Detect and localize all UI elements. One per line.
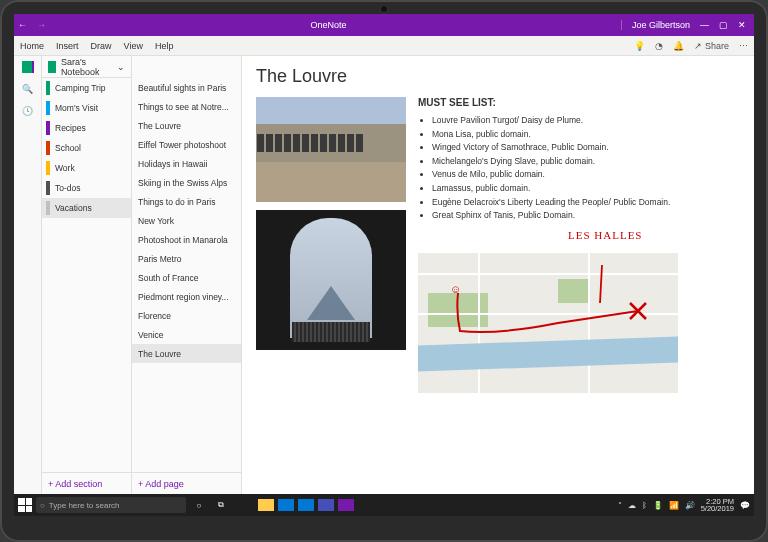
add-section-button[interactable]: + Add section bbox=[42, 472, 131, 494]
sections-panel: Sara's Notebook ⌄ Camping TripMom's Visi… bbox=[42, 56, 132, 494]
list-item[interactable]: Michelangelo's Dying Slave, public domai… bbox=[432, 155, 740, 169]
page-item[interactable]: New York bbox=[132, 211, 241, 230]
image-map[interactable]: ☺ bbox=[418, 253, 678, 393]
image-louvre-pyramid[interactable] bbox=[256, 210, 406, 350]
tab-view[interactable]: View bbox=[124, 41, 143, 51]
pages-panel: _ Beautiful sights in ParisThings to see… bbox=[132, 56, 242, 494]
add-page-button[interactable]: + Add page bbox=[132, 472, 241, 494]
location-icon[interactable]: ◔ bbox=[655, 41, 663, 51]
list-item[interactable]: Venus de Milo, public domain. bbox=[432, 168, 740, 182]
tray-bluetooth-icon[interactable]: ᛒ bbox=[642, 501, 647, 510]
page-item[interactable]: Things to do in Paris bbox=[132, 192, 241, 211]
app-title: OneNote bbox=[50, 20, 607, 30]
section-item[interactable]: Camping Trip bbox=[42, 78, 131, 98]
recent-icon[interactable]: 🕓 bbox=[21, 104, 35, 118]
titlebar: ← → OneNote Joe Gilbertson — ▢ ✕ bbox=[14, 14, 754, 36]
app-photos[interactable] bbox=[278, 499, 294, 511]
section-item[interactable]: Mom's Visit bbox=[42, 98, 131, 118]
list-item[interactable]: Louvre Pavilion Turgot/ Daisy de Plume. bbox=[432, 114, 740, 128]
app-onenote[interactable] bbox=[338, 499, 354, 511]
page-item[interactable]: Things to see at Notre... bbox=[132, 97, 241, 116]
section-item[interactable]: Work bbox=[42, 158, 131, 178]
list-heading[interactable]: MUST SEE LIST: bbox=[418, 97, 740, 108]
notebooks-icon[interactable] bbox=[21, 60, 35, 74]
section-label: Vacations bbox=[55, 203, 92, 213]
start-button[interactable] bbox=[18, 498, 32, 512]
notebook-name: Sara's Notebook bbox=[61, 57, 113, 77]
tray-wifi-icon[interactable]: 📶 bbox=[669, 501, 679, 510]
tray-volume-icon[interactable]: 🔊 bbox=[685, 501, 695, 510]
tray-battery-icon[interactable]: 🔋 bbox=[653, 501, 663, 510]
section-label: To-dos bbox=[55, 183, 81, 193]
section-color-tab bbox=[46, 201, 50, 215]
page-item[interactable]: Paris Metro bbox=[132, 249, 241, 268]
list-item[interactable]: Lamassus, public domain. bbox=[432, 182, 740, 196]
page-item[interactable]: The Louvre bbox=[132, 344, 241, 363]
section-color-tab bbox=[46, 101, 50, 115]
tray-chevron-icon[interactable]: ˄ bbox=[618, 501, 622, 510]
app-file-explorer[interactable] bbox=[258, 499, 274, 511]
bell-icon[interactable]: 🔔 bbox=[673, 41, 684, 51]
svg-rect-1 bbox=[32, 61, 34, 73]
section-item[interactable]: To-dos bbox=[42, 178, 131, 198]
page-item[interactable]: Florence bbox=[132, 306, 241, 325]
svg-rect-0 bbox=[22, 61, 32, 73]
task-view-icon[interactable]: ⧉ bbox=[212, 497, 230, 513]
nav-rail: 🔍 🕓 bbox=[14, 56, 42, 494]
ink-route: ☺ bbox=[418, 253, 678, 393]
tab-home[interactable]: Home bbox=[20, 41, 44, 51]
cortana-icon[interactable]: ○ bbox=[190, 497, 208, 513]
user-name[interactable]: Joe Gilbertson bbox=[621, 20, 690, 30]
page-item[interactable]: Holidays in Hawaii bbox=[132, 154, 241, 173]
image-louvre-courtyard[interactable] bbox=[256, 97, 406, 202]
list-item[interactable]: Great Sphinx of Tanis, Public Domain. bbox=[432, 209, 740, 223]
section-item[interactable]: Recipes bbox=[42, 118, 131, 138]
section-label: Work bbox=[55, 163, 75, 173]
app-teams[interactable] bbox=[318, 499, 334, 511]
notifications-icon[interactable]: 💬 bbox=[740, 501, 750, 510]
section-color-tab bbox=[46, 161, 50, 175]
search-icon[interactable]: 🔍 bbox=[21, 82, 35, 96]
tray-onedrive-icon[interactable]: ☁ bbox=[628, 501, 636, 510]
share-button[interactable]: ↗ Share bbox=[694, 41, 729, 51]
page-title[interactable]: The Louvre bbox=[256, 66, 740, 87]
forward-icon[interactable]: → bbox=[37, 20, 46, 30]
section-label: Mom's Visit bbox=[55, 103, 98, 113]
page-item[interactable]: Eiffel Tower photoshoot bbox=[132, 135, 241, 154]
lightbulb-icon[interactable]: 💡 bbox=[634, 41, 645, 51]
page-item[interactable]: Piedmont region viney... bbox=[132, 287, 241, 306]
ink-annotation[interactable]: LES HALLES bbox=[568, 229, 754, 241]
page-item[interactable]: Venice bbox=[132, 325, 241, 344]
app-mail[interactable] bbox=[298, 499, 314, 511]
section-item[interactable]: School bbox=[42, 138, 131, 158]
list-item[interactable]: Eugène Delacroix's Liberty Leading the P… bbox=[432, 196, 740, 210]
notebook-header[interactable]: Sara's Notebook ⌄ bbox=[42, 56, 131, 78]
maximize-button[interactable]: ▢ bbox=[719, 20, 728, 30]
list-item[interactable]: Winged Victory of Samothrace, Public Dom… bbox=[432, 141, 740, 155]
tab-draw[interactable]: Draw bbox=[91, 41, 112, 51]
page-item[interactable]: Skiing in the Swiss Alps bbox=[132, 173, 241, 192]
page-item[interactable]: Beautiful sights in Paris bbox=[132, 78, 241, 97]
page-item[interactable]: The Louvre bbox=[132, 116, 241, 135]
section-label: School bbox=[55, 143, 81, 153]
section-color-tab bbox=[46, 121, 50, 135]
page-item[interactable]: Photoshoot in Manarola bbox=[132, 230, 241, 249]
tab-insert[interactable]: Insert bbox=[56, 41, 79, 51]
must-see-list[interactable]: Louvre Pavilion Turgot/ Daisy de Plume.M… bbox=[432, 114, 740, 223]
svg-text:☺: ☺ bbox=[450, 283, 461, 295]
minimize-button[interactable]: — bbox=[700, 20, 709, 30]
page-canvas[interactable]: The Louvre MUST SEE LIST: Louvre Pavili bbox=[242, 56, 754, 494]
section-label: Recipes bbox=[55, 123, 86, 133]
more-icon[interactable]: ⋯ bbox=[739, 41, 748, 51]
close-button[interactable]: ✕ bbox=[738, 20, 746, 30]
page-item[interactable]: South of France bbox=[132, 268, 241, 287]
taskbar-search[interactable]: ○ Type here to search bbox=[36, 497, 186, 513]
ribbon: Home Insert Draw View Help 💡 ◔ 🔔 ↗ Share… bbox=[14, 36, 754, 56]
clock[interactable]: 2:20 PM 5/20/2019 bbox=[701, 498, 734, 513]
back-icon[interactable]: ← bbox=[18, 20, 27, 30]
taskbar: ○ Type here to search ○ ⧉ ˄ ☁ ᛒ 🔋 📶 🔊 2:… bbox=[14, 494, 754, 516]
section-item[interactable]: Vacations bbox=[42, 198, 131, 218]
tab-help[interactable]: Help bbox=[155, 41, 174, 51]
list-item[interactable]: Mona Lisa, public domain. bbox=[432, 128, 740, 142]
section-color-tab bbox=[46, 141, 50, 155]
